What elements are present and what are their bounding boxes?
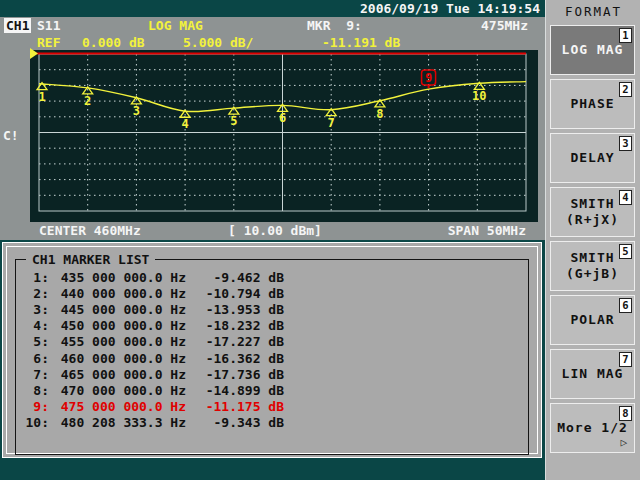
svg-text:3: 3	[133, 104, 140, 118]
marker-value: -17.227 dB	[202, 334, 284, 349]
marker-frequency: 465 000 000.0 Hz	[59, 367, 186, 382]
marker-number: 7:	[23, 367, 49, 382]
softkey-number-badge: 7	[619, 352, 632, 367]
svg-text:6: 6	[279, 111, 286, 125]
marker-value: -9.462 dB	[202, 270, 284, 285]
more-pages-arrow-icon: ▷	[620, 436, 627, 449]
marker-value: -14.899 dB	[202, 383, 284, 398]
svg-text:9: 9	[425, 71, 432, 85]
softkey-label: PHASE	[570, 96, 614, 112]
marker-list-row: 7:465 000 000.0 Hz-17.736 dB	[23, 366, 284, 382]
softkey-number-badge: 5	[619, 244, 632, 259]
softkey-number-badge: 6	[619, 298, 632, 313]
marker-value: -11.175 dB	[202, 399, 284, 414]
softkey-number-badge: 4	[619, 190, 632, 205]
marker-list-row: 6:460 000 000.0 Hz-16.362 dB	[23, 350, 284, 366]
span-label: SPAN 50MHz	[448, 223, 526, 238]
correction-annotation: C!	[3, 128, 19, 143]
softkey-log-mag[interactable]: 1 LOG MAG	[550, 25, 635, 75]
instrument-screen: 2006/09/19 Tue 14:19:54 CH1 S11 LOG MAG …	[0, 0, 640, 480]
svg-text:5: 5	[230, 114, 237, 128]
format-annotation: LOG MAG	[148, 18, 203, 33]
marker-number: 5:	[23, 334, 49, 349]
display-area: CH1 S11 LOG MAG MKR 9: 475MHz REF 0.000 …	[0, 17, 545, 240]
softkey-label: DELAY	[570, 150, 614, 166]
marker-list-row-active: 9:475 000 000.0 Hz-11.175 dB	[23, 399, 284, 415]
center-frequency-label: CENTER 460MHz	[39, 223, 141, 238]
svg-text:10: 10	[472, 89, 486, 103]
reference-label: REF	[37, 35, 60, 50]
softkey-polar[interactable]: 6 POLAR	[550, 295, 635, 345]
marker-frequency: 440 000 000.0 Hz	[59, 286, 186, 301]
scale-per-div-value: 5.000 dB/	[183, 35, 253, 50]
marker-frequency: 470 000 000.0 Hz	[59, 383, 186, 398]
marker-number: 8:	[23, 383, 49, 398]
marker-number: 1:	[23, 270, 49, 285]
softkey-number-badge: 3	[619, 136, 632, 151]
softkey-menu-title: FORMAT	[546, 4, 640, 19]
marker-list-row: 2:440 000 000.0 Hz-10.794 dB	[23, 285, 284, 301]
marker-frequency: 480 208 333.3 Hz	[59, 415, 186, 430]
softkey-delay[interactable]: 3 DELAY	[550, 133, 635, 183]
marker-value: -10.794 dB	[202, 286, 284, 301]
power-level-label: [ 10.00 dBm]	[228, 223, 322, 238]
softkey-label: LIN MAG	[562, 366, 624, 382]
measurement-label: S11	[37, 18, 60, 33]
channel-badge: CH1	[4, 18, 31, 33]
marker-frequency: 435 000 000.0 Hz	[59, 270, 186, 285]
marker-value: -16.362 dB	[202, 351, 284, 366]
marker-value: -9.343 dB	[202, 415, 284, 430]
marker-readout-value: -11.191 dB	[322, 35, 400, 50]
marker-number: 9:	[23, 399, 49, 414]
svg-text:7: 7	[328, 116, 335, 130]
softkey-more[interactable]: 8 More 1/2 ▷	[550, 403, 635, 453]
marker-value: -13.953 dB	[202, 302, 284, 317]
marker-value: -17.736 dB	[202, 367, 284, 382]
svg-text:1: 1	[38, 90, 45, 104]
softkey-number-badge: 1	[619, 28, 632, 43]
svg-text:2: 2	[84, 94, 91, 108]
softkey-smith-gjb[interactable]: 5 SMITH(G+jB)	[550, 241, 635, 291]
marker-number: 2:	[23, 286, 49, 301]
svg-text:8: 8	[376, 107, 383, 121]
softkey-number-badge: 2	[619, 82, 632, 97]
marker-frequency: 445 000 000.0 Hz	[59, 302, 186, 317]
marker-list-rows: 1:435 000 000.0 Hz-9.462 dB 2:440 000 00…	[23, 269, 284, 431]
marker-number: 3:	[23, 302, 49, 317]
marker-list-row: 3:445 000 000.0 Hz-13.953 dB	[23, 301, 284, 317]
marker-number: 6:	[23, 351, 49, 366]
marker-value: -18.232 dB	[202, 318, 284, 333]
softkey-menu: FORMAT 1 LOG MAG 2 PHASE 3 DELAY 4 SMITH…	[545, 0, 640, 480]
marker-number: 10:	[23, 415, 49, 430]
softkey-number-badge: 8	[619, 406, 632, 421]
softkey-smith-rjx[interactable]: 4 SMITH(R+jX)	[550, 187, 635, 237]
marker-frequency: 455 000 000.0 Hz	[59, 334, 186, 349]
graticule-canvas: 12345678910	[30, 50, 538, 222]
marker-list-row: 8:470 000 000.0 Hz-14.899 dB	[23, 382, 284, 398]
marker-frequency: 475 000 000.0 Hz	[59, 399, 186, 414]
marker-list-row: 5:455 000 000.0 Hz-17.227 dB	[23, 334, 284, 350]
marker-list-title: CH1 MARKER LIST	[26, 252, 155, 267]
reference-value: 0.000 dB	[82, 35, 145, 50]
marker-list-panel: CH1 MARKER LIST 1:435 000 000.0 Hz-9.462…	[2, 242, 542, 458]
marker-list-row: 1:435 000 000.0 Hz-9.462 dB	[23, 269, 284, 285]
marker-readout-label: MKR 9:	[307, 18, 362, 33]
marker-number: 4:	[23, 318, 49, 333]
softkey-label: SMITH(R+jX)	[566, 196, 619, 228]
graph-area: 12345678910	[30, 50, 538, 222]
svg-text:4: 4	[181, 117, 188, 131]
softkey-label: POLAR	[570, 312, 614, 328]
datetime-display: 2006/09/19 Tue 14:19:54	[360, 1, 540, 16]
marker-frequency: 460 000 000.0 Hz	[59, 351, 186, 366]
softkey-phase[interactable]: 2 PHASE	[550, 79, 635, 129]
marker-list-row: 10:480 208 333.3 Hz-9.343 dB	[23, 415, 284, 431]
softkey-label: SMITH(G+jB)	[566, 250, 619, 282]
marker-readout-frequency: 475MHz	[481, 18, 528, 33]
softkey-label: More 1/2	[557, 420, 628, 436]
softkey-lin-mag[interactable]: 7 LIN MAG	[550, 349, 635, 399]
marker-frequency: 450 000 000.0 Hz	[59, 318, 186, 333]
softkey-label: LOG MAG	[562, 42, 624, 58]
marker-list-row: 4:450 000 000.0 Hz-18.232 dB	[23, 318, 284, 334]
